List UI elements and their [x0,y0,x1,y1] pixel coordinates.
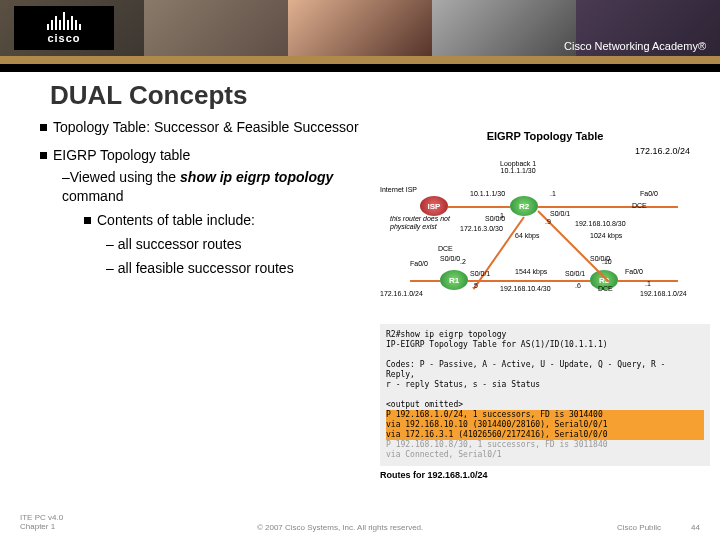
lbl-d1b: .1 [498,212,504,219]
lbl-bw1544: 1544 kbps [515,268,547,275]
black-bar [0,64,720,72]
footer-right: Cisco Public 44 [617,523,700,532]
diagram-subnet: 172.16.2.0/24 [380,146,710,156]
lbl-d1: .1 [550,190,556,197]
lbl-net2: 192.168.10.8/30 [575,220,626,227]
topology-canvas: Internet ISP Loopback 1 10.1.1.1/30 this… [380,160,710,320]
lbl-dce3: DCE [598,285,613,292]
link-r1-lan [410,280,440,282]
link-r1-r3 [468,280,590,282]
feas-text: all feasible successor routes [118,260,294,276]
lbl-d5: .5 [472,282,478,289]
academy-label: Cisco Networking Academy® [564,40,706,52]
lbl-lan-r3: 192.168.1.0/24 [640,290,687,297]
cli-highlight-2: via 192.168.10.10 (3014400/28160), Seria… [386,420,704,430]
bullet-square-icon [40,124,47,131]
contents-text: Contents of table include: [97,212,255,228]
r2-router-icon: R2 [510,196,538,216]
cli-caption: Routes for 192.168.1.0/24 [380,470,710,480]
sub-bullet-viewed: –Viewed using the show ip eigrp topology… [62,168,380,204]
cli-l5: <output omitted> [386,400,704,410]
lbl-s000b: S0/0/0 [440,255,460,262]
cli-highlight-1: P 192.168.1.0/24, 1 successors, FD is 30… [386,410,704,420]
content-area: Topology Table: Successor & Feasible Suc… [40,118,380,287]
isp-router-icon: ISP [420,196,448,216]
footer-page: 44 [691,523,700,532]
logo-text: cisco [47,32,80,44]
footer-left: ITE PC v4.0 Chapter 1 [20,513,63,532]
lbl-ip1: 10.1.1.1/30 [470,190,505,197]
dash-icon: – [106,236,114,252]
lbl-d9: .9 [545,218,551,225]
lbl-d2: .2 [460,258,466,265]
lbl-net3: 192.168.10.4/30 [500,285,551,292]
cli-l7: via Connected, Serial0/1 [386,450,704,460]
isp-label: Internet ISP [380,186,417,193]
logo-bars-icon [47,12,81,30]
lbl-dce1: DCE [438,245,453,252]
footer-course: ITE PC v4.0 [20,513,63,523]
r1-router-icon: R1 [440,270,468,290]
command-text: show ip eigrp topology [180,169,333,185]
sub-bullet-successor: –all successor routes [106,235,380,253]
lbl-fa00b: Fa0/0 [410,260,428,267]
topology-diagram: EIGRP Topology Table 172.16.2.0/24 Inter… [380,130,710,480]
lbl-dce2: DCE [632,202,647,209]
lbl-s001b: S0/0/1 [470,270,490,277]
cli-highlight-3: via 172.16.3.1 (41026560/2172416), Seria… [386,430,704,440]
slide-title: DUAL Concepts [50,80,720,111]
bullet-1: Topology Table: Successor & Feasible Suc… [40,118,380,136]
cli-l6: P 192.168.10.8/30, 1 successors, FD is 3… [386,440,704,450]
lbl-fa00a: Fa0/0 [640,190,658,197]
lbl-bw1024: 1024 kbps [590,232,622,239]
lbl-bw64: 64 kbps [515,232,540,239]
footer-copyright: © 2007 Cisco Systems, Inc. All rights re… [257,523,423,532]
cli-l1: IP-EIGRP Topology Table for AS(1)/ID(10.… [386,340,704,350]
bullet-square-icon [40,152,47,159]
cli-output: R2#show ip eigrp topology IP-EIGRP Topol… [380,324,710,466]
lbl-net1: 172.16.3.0/30 [460,225,503,232]
lbl-d6: .6 [575,282,581,289]
bullet-square-icon [84,217,91,224]
cli-l4: r - reply Status, s - sia Status [386,380,704,390]
lbl-d10: .10 [602,258,612,265]
succ-text: all successor routes [118,236,242,252]
bullet-2-text: EIGRP Topology table [53,147,190,163]
link-r2-lan [538,206,678,208]
dash-icon: – [106,260,114,276]
gold-bar [0,56,720,64]
footer-chapter: Chapter 1 [20,522,63,532]
link-isp-r2 [448,206,510,208]
cli-l2: Codes: P - Passive, A - Active, U - Upda… [386,360,704,370]
sub-post: command [62,188,123,204]
cli-prompt: R2#show ip eigrp topology [386,330,704,340]
diagram-title: EIGRP Topology Table [380,130,710,142]
lbl-lan-r1: 172.16.1.0/24 [380,290,423,297]
lbl-d1c: .1 [645,280,651,287]
footer-public: Cisco Public [617,523,661,532]
cisco-logo: cisco [14,6,114,50]
note-label: this router does not physically exist [390,215,460,230]
bullet-1-text: Topology Table: Successor & Feasible Suc… [53,119,359,135]
loopback-label: Loopback 1 10.1.1.1/30 [500,160,536,174]
lbl-s001c: S0/0/1 [565,270,585,277]
cli-l3: Reply, [386,370,704,380]
lbl-s001a: S0/0/1 [550,210,570,217]
footer: ITE PC v4.0 Chapter 1 © 2007 Cisco Syste… [0,513,720,532]
sub-pre: –Viewed using the [62,169,180,185]
header-banner: cisco Cisco Networking Academy® [0,0,720,72]
sub-bullet-contents: Contents of table include: [84,211,380,229]
bullet-2: EIGRP Topology table –Viewed using the s… [40,146,380,277]
sub-bullet-feasible: –all feasible successor routes [106,259,380,277]
lbl-fa00c: Fa0/0 [625,268,643,275]
